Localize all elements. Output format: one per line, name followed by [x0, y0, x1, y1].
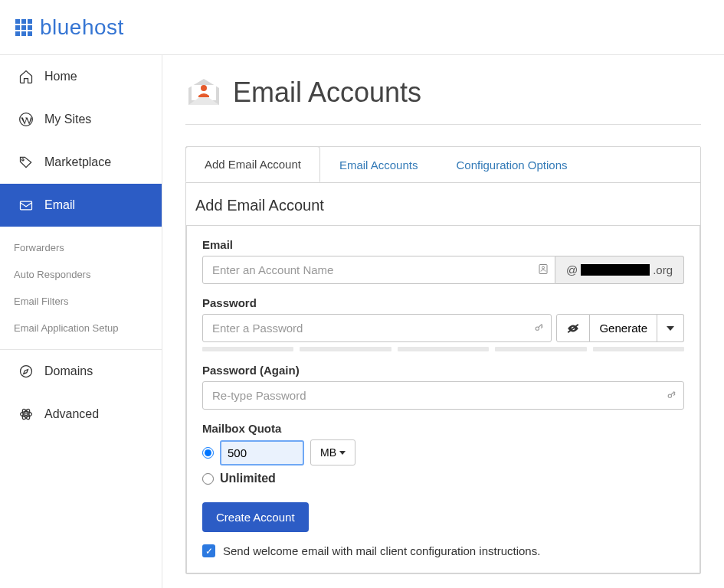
sidebar-item-my-sites[interactable]: My Sites — [0, 98, 162, 141]
logo-grid-icon — [15, 19, 32, 36]
sidebar-item-label: Domains — [44, 364, 93, 378]
svg-point-11 — [536, 326, 539, 329]
password-again-input[interactable] — [202, 381, 684, 410]
svg-point-10 — [542, 266, 544, 269]
toggle-visibility-button[interactable] — [556, 314, 590, 342]
email-input[interactable] — [202, 256, 555, 284]
form-heading: Add Email Account — [191, 183, 696, 225]
quota-value-input[interactable] — [220, 440, 304, 466]
wordpress-icon — [18, 112, 34, 127]
main-content: Email Accounts Add Email Account Email A… — [162, 55, 724, 588]
email-label: Email — [202, 238, 684, 251]
tab-configuration-options[interactable]: Configuration Options — [437, 147, 586, 183]
generate-dropdown-button[interactable] — [657, 314, 684, 342]
domain-addon: @ .org — [555, 256, 684, 284]
caret-down-icon — [339, 451, 346, 455]
unlimited-label: Unlimited — [220, 472, 276, 485]
tag-icon — [18, 155, 34, 170]
brand-logo[interactable]: bluehost — [15, 15, 124, 40]
subnav-item-forwarders[interactable]: Forwarders — [0, 234, 162, 261]
quota-label: Mailbox Quota — [202, 422, 684, 435]
add-email-form: Email @ .org Password — [186, 225, 700, 573]
sidebar-item-label: Home — [44, 70, 77, 83]
sidebar-item-marketplace[interactable]: Marketplace — [0, 141, 162, 184]
quota-unlimited-radio[interactable] — [202, 473, 214, 485]
sidebar-item-advanced[interactable]: Advanced — [0, 393, 162, 436]
tabs: Add Email Account Email Accounts Configu… — [186, 147, 700, 183]
email-panel: Add Email Account Email Accounts Configu… — [185, 146, 701, 574]
svg-point-13 — [668, 394, 671, 397]
svg-point-1 — [22, 158, 25, 161]
sidebar-subnav: Forwarders Auto Responders Email Filters… — [0, 227, 162, 350]
tab-add-email-account[interactable]: Add Email Account — [185, 146, 320, 182]
subnav-item-email-filters[interactable]: Email Filters — [0, 288, 162, 315]
domain-redacted — [581, 264, 650, 276]
page-title: Email Accounts — [233, 77, 421, 109]
page-header: Email Accounts — [185, 77, 701, 125]
quota-unit-dropdown[interactable]: MB — [310, 439, 355, 466]
sidebar-item-email[interactable]: Email — [0, 184, 162, 227]
mail-icon — [18, 198, 34, 213]
quota-limited-radio[interactable] — [202, 447, 214, 459]
sidebar: Home My Sites Marketplace Email Forwarde… — [0, 55, 162, 588]
brand-name: bluehost — [40, 15, 124, 40]
subnav-item-email-app-setup[interactable]: Email Application Setup — [0, 315, 162, 341]
sidebar-item-home[interactable]: Home — [0, 55, 162, 98]
home-icon — [18, 69, 34, 84]
email-accounts-icon — [185, 77, 222, 108]
tab-email-accounts[interactable]: Email Accounts — [320, 147, 437, 183]
svg-point-3 — [21, 366, 32, 377]
password-strength-meter — [202, 347, 684, 351]
atom-icon — [18, 407, 34, 422]
password-label: Password — [202, 296, 684, 309]
domain-at: @ — [566, 263, 578, 276]
top-bar: bluehost — [0, 0, 724, 55]
subnav-item-auto-responders[interactable]: Auto Responders — [0, 261, 162, 288]
create-account-button[interactable]: Create Account — [202, 502, 309, 532]
welcome-email-label: Send welcome email with mail client conf… — [223, 544, 540, 557]
eye-off-icon — [566, 323, 580, 334]
caret-down-icon — [667, 326, 674, 331]
password-input[interactable] — [202, 314, 552, 342]
sidebar-item-label: My Sites — [44, 113, 91, 126]
contacts-icon — [539, 263, 548, 276]
generate-button[interactable]: Generate — [590, 314, 657, 342]
key-icon — [667, 390, 676, 402]
sidebar-item-label: Email — [44, 198, 75, 212]
svg-point-8 — [201, 85, 207, 91]
compass-icon — [18, 364, 34, 379]
sidebar-item-domains[interactable]: Domains — [0, 350, 162, 393]
svg-point-5 — [21, 412, 32, 417]
sidebar-item-label: Advanced — [44, 407, 99, 421]
svg-rect-2 — [21, 201, 32, 210]
domain-tld: .org — [653, 263, 673, 276]
welcome-email-checkbox[interactable]: ✓ — [202, 544, 215, 557]
key-icon — [534, 322, 544, 335]
password-again-label: Password (Again) — [202, 364, 684, 377]
svg-point-4 — [25, 413, 27, 415]
sidebar-item-label: Marketplace — [44, 155, 111, 169]
